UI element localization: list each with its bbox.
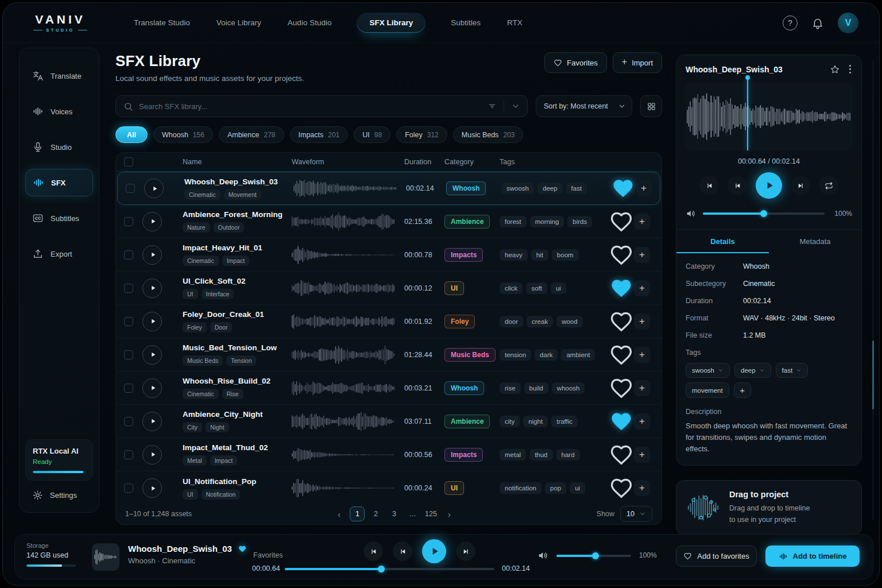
row-checkbox[interactable]	[124, 450, 133, 459]
heart-icon[interactable]	[609, 276, 634, 301]
sort-dropdown[interactable]: Sort by: Most recent	[536, 95, 632, 117]
grid-view-button[interactable]	[640, 95, 662, 117]
add-to-timeline-button[interactable]: +	[634, 214, 650, 230]
heart-icon[interactable]	[609, 475, 634, 501]
table-row-whoosh-deep-swish-03[interactable]: Whoosh_Deep_Swish_03CinematicMovement00:…	[117, 172, 660, 205]
row-checkbox[interactable]	[126, 184, 135, 193]
add-to-timeline-button[interactable]: +	[634, 480, 650, 496]
filter-chip-whoosh[interactable]: Whoosh156	[153, 126, 213, 143]
table-row-whoosh-rise-build-02[interactable]: Whoosh_Rise_Build_02CinematicRise00:03.2…	[116, 372, 662, 405]
import-button[interactable]: + Import	[613, 52, 662, 73]
row-checkbox[interactable]	[124, 483, 133, 493]
nav-item-audio-studio[interactable]: Audio Studio	[287, 13, 333, 33]
row-play-button[interactable]	[142, 312, 162, 331]
pager-page-1[interactable]: 1	[350, 506, 365, 521]
pager-page-2[interactable]: 2	[368, 506, 383, 521]
select-all-checkbox[interactable]	[124, 157, 133, 167]
notifications-bell-icon[interactable]	[811, 17, 824, 29]
heart-icon[interactable]	[609, 309, 634, 334]
nav-item-rtx[interactable]: RTX	[506, 13, 524, 33]
skip-start-button[interactable]	[363, 541, 383, 561]
sidebar-item-sfx[interactable]: SFX	[25, 169, 93, 196]
row-play-button[interactable]	[142, 345, 162, 365]
heart-icon[interactable]	[609, 376, 634, 401]
table-row-impact-heavy-hit-01[interactable]: Impact_Heavy_Hit_01CinematicImpact00:00.…	[116, 238, 662, 272]
more-options-icon[interactable]	[848, 64, 852, 75]
tab-metadata[interactable]: Metadata	[769, 230, 861, 253]
filter-chip-ambience[interactable]: Ambience278	[219, 126, 284, 143]
row-checkbox[interactable]	[124, 250, 133, 260]
sidebar-item-voices[interactable]: Voices	[25, 98, 93, 125]
row-checkbox[interactable]	[124, 384, 133, 393]
row-play-button[interactable]	[144, 179, 164, 198]
nav-item-voice-library[interactable]: Voice Library	[215, 13, 262, 33]
table-row-foley-door-creak-01[interactable]: Foley_Door_Creak_01FoleyDoor00:01.92Fole…	[116, 305, 662, 338]
row-play-button[interactable]	[142, 278, 162, 298]
row-play-button[interactable]	[142, 478, 162, 498]
add-to-timeline-button[interactable]: +	[634, 280, 650, 296]
heart-icon[interactable]	[609, 209, 634, 234]
previous-button[interactable]	[728, 176, 747, 195]
add-to-timeline-button[interactable]: +	[634, 380, 650, 396]
playhead[interactable]	[747, 78, 748, 150]
add-to-timeline-button[interactable]: +	[634, 247, 650, 263]
row-play-button[interactable]	[142, 378, 162, 398]
sidebar-item-translate[interactable]: Translate	[25, 62, 93, 90]
pager-previous[interactable]: ‹	[331, 506, 346, 521]
detail-tag-movement[interactable]: movement	[686, 382, 729, 398]
detail-waveform[interactable]	[686, 83, 852, 150]
sidebar-item-export[interactable]: Export	[25, 240, 93, 268]
table-row-ui-notification-pop[interactable]: UI_Notification_PopUINotification00:00.2…	[116, 471, 662, 505]
row-checkbox[interactable]	[124, 417, 133, 426]
add-to-timeline-button[interactable]: +	[634, 314, 650, 330]
player-progress-slider[interactable]	[285, 568, 494, 570]
favorites-button[interactable]: Favorites	[544, 52, 606, 73]
pager-next[interactable]: ›	[442, 506, 457, 521]
add-to-timeline-button[interactable]: +	[634, 447, 650, 463]
heart-icon[interactable]	[610, 176, 636, 201]
row-play-button[interactable]	[142, 212, 162, 231]
heart-icon[interactable]	[609, 442, 634, 467]
add-tag-button[interactable]: +	[734, 382, 751, 398]
play-button[interactable]	[756, 172, 782, 199]
table-row-music-bed-tension-low[interactable]: Music_Bed_Tension_LowMusic BedsTension01…	[116, 338, 662, 372]
panel-scrollbar[interactable]	[872, 60, 874, 520]
skip-start-button[interactable]	[699, 176, 719, 195]
repeat-button[interactable]	[819, 176, 838, 195]
filter-chip-music-beds[interactable]: Music Beds203	[453, 126, 524, 143]
next-button[interactable]	[456, 541, 475, 561]
detail-tag-fast[interactable]: fast	[776, 363, 808, 378]
table-row-ambience-city-night[interactable]: Ambience_City_NightCityNight03:07.11Ambi…	[116, 405, 662, 438]
pager-page-3[interactable]: 3	[386, 506, 401, 521]
play-button[interactable]	[422, 539, 446, 563]
heart-icon[interactable]	[609, 409, 634, 434]
sidebar-item-subtitles[interactable]: Subtitles	[25, 204, 93, 232]
sidebar-item-settings[interactable]: Settings	[25, 481, 93, 504]
row-play-button[interactable]	[142, 412, 162, 431]
player-volume-slider[interactable]	[556, 555, 631, 557]
search-filter-button[interactable]	[481, 96, 504, 117]
pager-page-125[interactable]: 125	[423, 506, 438, 521]
nav-item-subtitles[interactable]: Subtitles	[450, 13, 482, 33]
add-to-timeline-button[interactable]: Add to timeline	[765, 546, 860, 567]
search-input[interactable]: Search SFX library...	[115, 95, 528, 117]
add-to-favorites-button[interactable]: Add to favorites	[676, 546, 757, 567]
previous-button[interactable]	[393, 541, 412, 561]
row-checkbox[interactable]	[124, 350, 133, 359]
row-checkbox[interactable]	[124, 317, 133, 326]
row-play-button[interactable]	[142, 445, 162, 465]
heart-icon[interactable]	[609, 342, 634, 368]
filter-chip-foley[interactable]: Foley312	[396, 126, 447, 143]
table-row-ambience-forest-morning[interactable]: Ambience_Forest_MorningNatureOutdoor02:1…	[116, 205, 662, 238]
tab-details[interactable]: Details	[676, 230, 769, 253]
row-checkbox[interactable]	[124, 284, 133, 293]
table-row-ui-click-soft-02[interactable]: UI_Click_Soft_02UIInterface00:00.12UIcli…	[116, 272, 662, 305]
add-to-timeline-button[interactable]: +	[636, 180, 652, 196]
star-icon[interactable]	[830, 64, 840, 75]
heart-icon[interactable]	[238, 544, 247, 554]
filter-chip-ui[interactable]: UI98	[354, 126, 390, 143]
nav-item-sfx-library[interactable]: SFX Library	[357, 13, 425, 33]
nav-item-translate-studio[interactable]: Translate Studio	[133, 13, 191, 33]
drag-to-project-card[interactable]: Drag to project Drag and drop to timelin…	[676, 480, 862, 535]
table-row-impact-metal-thud-02[interactable]: Impact_Metal_Thud_02MetalImpact00:00.56I…	[116, 438, 662, 471]
